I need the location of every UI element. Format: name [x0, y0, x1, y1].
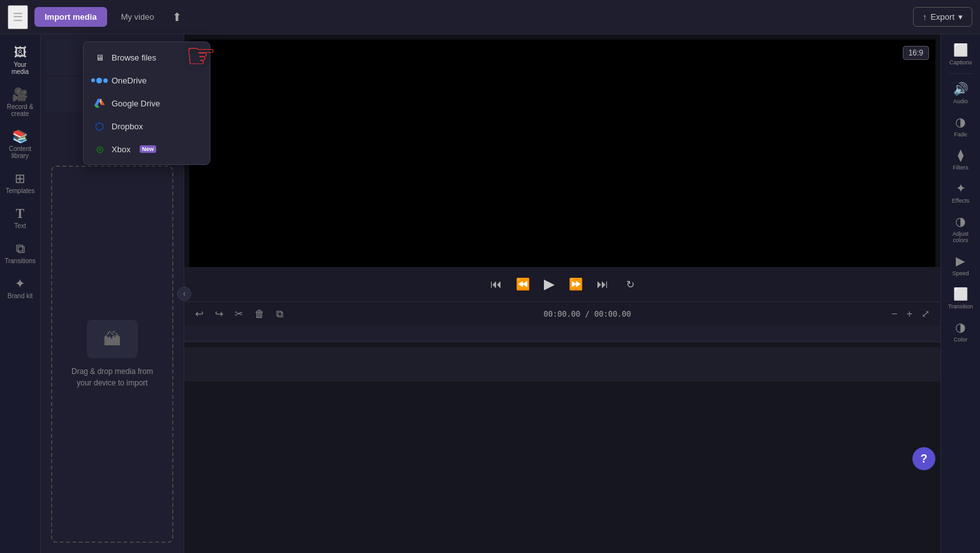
media-panel-drop-area[interactable]: 🏔 Drag & drop media from your device to … [41, 117, 184, 553]
help-button[interactable]: ? [912, 447, 935, 470]
timeline-track-area[interactable] [184, 342, 940, 553]
cut-button[interactable]: ✂ [231, 306, 246, 322]
right-label-fade: Fade [954, 131, 967, 138]
video-preview: 16:9 [189, 40, 935, 267]
record-icon: 🎥 [12, 88, 28, 101]
sidebar-item-templates[interactable]: ⊞ Templates [3, 167, 38, 199]
zoom-out-button[interactable]: − [888, 306, 900, 322]
sidebar-item-transitions[interactable]: ⧉ Transitions [3, 237, 38, 269]
sidebar-item-text[interactable]: T Text [3, 202, 38, 234]
sidebar-item-record[interactable]: 🎥 Record & create [3, 83, 38, 122]
transitions-icon: ⧉ [16, 242, 25, 255]
right-label-audio: Audio [953, 98, 968, 104]
dropbox-icon: ⬡ [94, 120, 105, 132]
import-dropdown: ☞ 🖥 Browse files OneDrive [83, 41, 210, 165]
sidebar-label-transitions: Transitions [4, 257, 36, 264]
captions-icon: ⬜ [953, 43, 969, 57]
sidebar-label-brand-kit: Brand kit [8, 292, 33, 299]
sidebar-item-content-library[interactable]: 📚 Content library [3, 125, 38, 164]
content-library-icon: 📚 [12, 130, 28, 143]
timeline-controls: ↩ ↪ ✂ 🗑 ⧉ 00:00.00 / 00:00.00 − + ⤢ [184, 301, 940, 326]
sidebar-label-text: Text [14, 222, 26, 229]
sidebar-label-record: Record & create [7, 103, 34, 117]
zoom-in-button[interactable]: + [903, 306, 916, 322]
templates-icon: ⊞ [15, 172, 26, 185]
audio-icon: 🔊 [953, 82, 969, 96]
svg-marker-5 [94, 105, 99, 108]
browse-files-item[interactable]: 🖥 Browse files [84, 46, 210, 69]
fade-icon: ◑ [955, 115, 966, 129]
onedrive-icon [94, 75, 105, 86]
right-item-transition[interactable]: ⬜ Transition [943, 282, 979, 314]
sidebar-item-brand-kit[interactable]: ✦ Brand kit [3, 272, 38, 305]
effects-icon: ✦ [956, 181, 966, 196]
undo-button[interactable]: ↩ [192, 306, 207, 322]
right-label-filters: Filters [953, 164, 969, 171]
timeline-ruler [184, 326, 940, 342]
sidebar-label-your-media: Your media [5, 61, 36, 75]
speed-icon: ▶ [956, 254, 965, 268]
dropbox-item[interactable]: ⬡ Dropbox [84, 115, 210, 138]
right-label-speed: Speed [952, 270, 969, 276]
sidebar-item-your-media[interactable]: 🖼 Your media [3, 41, 38, 80]
aspect-ratio-badge[interactable]: 16:9 [903, 46, 929, 60]
sidebar-label-content-library: Content library [9, 145, 31, 159]
left-sidebar: 🖼 Your media 🎥 Record & create 📚 Content… [0, 34, 41, 553]
my-video-tab[interactable]: My video [113, 7, 162, 27]
googledrive-icon [94, 97, 105, 109]
right-item-fade[interactable]: ◑ Fade [943, 110, 979, 142]
onedrive-item[interactable]: OneDrive [84, 69, 210, 92]
right-item-color[interactable]: ◑ Color [943, 315, 979, 347]
right-label-transition: Transition [948, 303, 973, 310]
play-button[interactable]: ▶ [541, 273, 557, 295]
svg-marker-4 [101, 99, 105, 105]
timeline-area [184, 326, 940, 553]
right-item-effects[interactable]: ✦ Effects [943, 176, 979, 208]
right-item-audio[interactable]: 🔊 Audio [943, 77, 979, 109]
adjust-colors-icon: ◑ [955, 214, 966, 229]
timeline-track[interactable] [184, 347, 940, 382]
right-divider-1 [949, 73, 972, 74]
right-item-captions[interactable]: ⬜ Captions [943, 38, 979, 70]
drop-zone[interactable]: 🏔 Drag & drop media from your device to … [51, 166, 173, 543]
googledrive-item[interactable]: Google Drive [84, 92, 210, 115]
export-icon: ↑ [923, 12, 927, 22]
sidebar-label-templates: Templates [6, 187, 35, 194]
frame-back-button[interactable]: ⏪ [513, 275, 532, 294]
panel-collapse-button[interactable]: ‹ [177, 287, 191, 301]
delete-button[interactable]: 🗑 [251, 306, 268, 322]
xbox-icon: ⊛ [94, 143, 105, 155]
cloud-upload-button[interactable]: ⬆ [168, 6, 186, 28]
import-media-button[interactable]: Import media [34, 7, 107, 27]
menu-button[interactable]: ☰ [8, 5, 28, 29]
top-bar: ☰ Import media ☞ 🖥 Browse files OneDrive [0, 0, 980, 34]
your-media-icon: 🖼 [14, 46, 27, 59]
export-button[interactable]: ↑ Export ▾ [913, 7, 972, 27]
monitor-icon: 🖥 [94, 52, 105, 63]
export-chevron-icon: ▾ [958, 12, 963, 22]
skip-forward-button[interactable]: ⏭ [594, 275, 611, 294]
filters-icon: ⧫ [958, 148, 963, 162]
loop-button[interactable]: ↻ [624, 276, 637, 293]
xbox-item[interactable]: ⊛ Xbox New [84, 138, 210, 161]
redo-button[interactable]: ↪ [212, 306, 226, 322]
right-label-color: Color [954, 336, 968, 343]
drop-zone-image-icon: 🏔 [87, 320, 138, 358]
transition-icon: ⬜ [953, 287, 969, 301]
frame-forward-button[interactable]: ⏩ [566, 275, 585, 294]
duplicate-button[interactable]: ⧉ [273, 306, 286, 322]
new-badge: New [140, 145, 157, 153]
right-item-filters[interactable]: ⧫ Filters [943, 143, 979, 175]
preview-area: 16:9 ⏮ ⏪ ▶ ⏩ ⏭ ↻ ↩ ↪ ✂ 🗑 ⧉ 00:00.00 / 00… [184, 34, 940, 553]
fit-timeline-button[interactable]: ⤢ [918, 306, 933, 322]
right-label-captions: Captions [949, 59, 972, 66]
skip-back-button[interactable]: ⏮ [488, 275, 504, 294]
right-label-adjust-colors: Adjust colors [953, 231, 969, 243]
right-sidebar: ⬜ Captions 🔊 Audio ◑ Fade ⧫ Filters ✦ Ef… [940, 34, 980, 553]
right-item-speed[interactable]: ▶ Speed [943, 249, 979, 281]
text-icon: T [16, 207, 24, 220]
timeline-time-display: 00:00.00 / 00:00.00 [291, 310, 883, 319]
right-label-effects: Effects [952, 198, 969, 204]
playback-controls: ⏮ ⏪ ▶ ⏩ ⏭ ↻ [184, 267, 940, 301]
right-item-adjust-colors[interactable]: ◑ Adjust colors [943, 210, 979, 248]
